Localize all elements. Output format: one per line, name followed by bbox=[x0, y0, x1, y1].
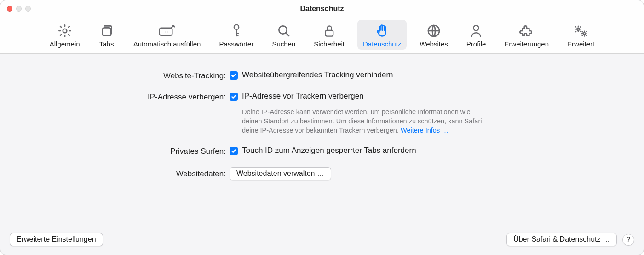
label-private-browsing: Privates Surfen: bbox=[0, 146, 230, 156]
key-icon bbox=[230, 23, 243, 39]
preferences-toolbar: Allgemein Tabs Automatisch ausfüllen Pas… bbox=[0, 17, 644, 54]
gear-icon bbox=[58, 23, 72, 39]
svg-point-5 bbox=[167, 32, 168, 33]
svg-point-0 bbox=[63, 29, 67, 33]
tab-general[interactable]: Allgemein bbox=[44, 20, 86, 50]
autofill-icon bbox=[158, 23, 176, 39]
svg-point-10 bbox=[474, 25, 479, 30]
tab-label: Suchen bbox=[272, 40, 295, 48]
tabs-icon bbox=[99, 23, 114, 39]
svg-rect-2 bbox=[160, 28, 172, 35]
svg-point-4 bbox=[165, 32, 166, 33]
svg-rect-1 bbox=[102, 28, 111, 35]
checkbox-hide-ip-from-trackers[interactable] bbox=[230, 93, 238, 101]
tab-autofill[interactable]: Automatisch ausfüllen bbox=[128, 20, 207, 50]
row-website-data: Websitedaten: Websitedaten verwalten … bbox=[0, 167, 644, 180]
row-hide-ip: IP-Adresse verbergen: IP-Adresse vor Tra… bbox=[0, 92, 644, 135]
search-icon bbox=[276, 23, 291, 39]
svg-rect-8 bbox=[325, 30, 333, 36]
tab-label: Automatisch ausfüllen bbox=[133, 40, 201, 48]
tab-profiles[interactable]: Profile bbox=[461, 20, 492, 50]
more-info-link[interactable]: Weitere Infos … bbox=[401, 127, 448, 134]
tab-extensions[interactable]: Erweiterungen bbox=[499, 20, 554, 50]
tab-label: Allgemein bbox=[50, 40, 80, 48]
tab-search[interactable]: Suchen bbox=[266, 20, 301, 50]
label-hide-ip: IP-Adresse verbergen: bbox=[0, 92, 230, 102]
hand-icon bbox=[375, 23, 389, 39]
tab-label: Sicherheit bbox=[314, 40, 345, 48]
tab-label: Erweitert bbox=[567, 40, 594, 48]
preferences-window: Datenschutz Allgemein Tabs Automatisch a… bbox=[0, 0, 644, 255]
row-website-tracking: Website-Tracking: Websiteübergreifendes … bbox=[0, 70, 644, 81]
checkbox-label: Touch ID zum Anzeigen gesperrter Tabs an… bbox=[242, 146, 416, 155]
tab-websites[interactable]: Websites bbox=[414, 20, 453, 50]
puzzle-icon bbox=[519, 23, 534, 39]
svg-point-6 bbox=[234, 25, 239, 30]
help-button[interactable]: ? bbox=[622, 234, 634, 246]
lock-icon bbox=[323, 23, 336, 39]
window-title: Datenschutz bbox=[0, 5, 644, 13]
checkbox-label: IP-Adresse vor Trackern verbergen bbox=[242, 92, 364, 101]
person-icon bbox=[469, 23, 483, 39]
tab-label: Passwörter bbox=[219, 40, 253, 48]
hide-ip-help-text: Deine IP-Adresse kann verwendet werden, … bbox=[242, 107, 486, 135]
label-website-tracking: Website-Tracking: bbox=[0, 70, 230, 81]
row-private-browsing: Privates Surfen: Touch ID zum Anzeigen g… bbox=[0, 146, 644, 156]
tab-label: Datenschutz bbox=[363, 40, 401, 48]
checkbox-label: Websiteübergreifendes Tracking verhinder… bbox=[242, 70, 393, 80]
content-area: Website-Tracking: Websiteübergreifendes … bbox=[0, 54, 644, 255]
titlebar: Datenschutz bbox=[0, 0, 644, 17]
globe-icon bbox=[426, 23, 441, 39]
svg-point-3 bbox=[163, 32, 164, 33]
tab-label: Profile bbox=[466, 40, 486, 48]
checkbox-prevent-cross-site-tracking[interactable] bbox=[230, 71, 238, 80]
checkbox-touch-id-locked-tabs[interactable] bbox=[230, 147, 238, 155]
tab-label: Erweiterungen bbox=[504, 40, 549, 48]
svg-point-11 bbox=[577, 28, 579, 30]
tab-label: Websites bbox=[420, 40, 448, 48]
tab-privacy[interactable]: Datenschutz bbox=[357, 20, 407, 50]
manage-website-data-button[interactable]: Websitedaten verwalten … bbox=[230, 167, 331, 180]
advanced-settings-button[interactable]: Erweiterte Einstellungen bbox=[10, 233, 103, 246]
svg-point-12 bbox=[583, 33, 585, 35]
about-safari-privacy-button[interactable]: Über Safari & Datenschutz … bbox=[506, 233, 617, 246]
tab-label: Tabs bbox=[99, 40, 114, 48]
tab-advanced[interactable]: Erweitert bbox=[562, 20, 600, 50]
tab-security[interactable]: Sicherheit bbox=[308, 20, 350, 50]
tab-tabs[interactable]: Tabs bbox=[93, 20, 121, 50]
label-website-data: Websitedaten: bbox=[0, 167, 230, 179]
tab-passwords[interactable]: Passwörter bbox=[213, 20, 259, 50]
gears-icon bbox=[573, 23, 589, 39]
footer: Erweiterte Einstellungen Über Safari & D… bbox=[0, 233, 644, 246]
